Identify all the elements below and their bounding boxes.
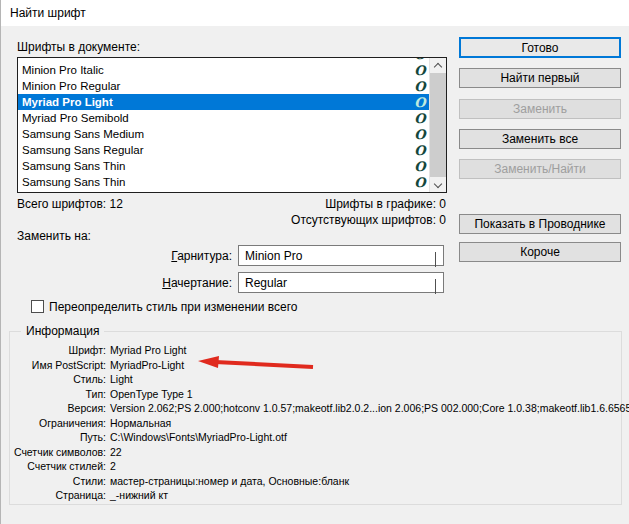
font-name: Myriad Pro Light: [22, 96, 411, 108]
font-family-select[interactable]: Minion Pro: [238, 245, 444, 266]
font-style-value: Regular: [245, 276, 287, 290]
info-label: Счетчик стилей:: [10, 459, 106, 474]
chevron-down-icon: [435, 252, 436, 266]
font-list-item-selected[interactable]: Myriad Pro Light O: [18, 94, 429, 110]
info-row-style-count: Счетчик стилей: 2: [10, 459, 615, 474]
font-list-item[interactable]: Samsung Sans Thin O: [18, 158, 429, 174]
show-in-explorer-button[interactable]: Показать в Проводнике: [459, 214, 621, 234]
info-label: Путь:: [10, 430, 106, 445]
font-list-scrollbar[interactable]: [429, 58, 446, 192]
find-font-dialog: Найти шрифт Шрифты в документе: Minion P…: [0, 0, 629, 524]
info-label: Счетчик символов:: [10, 445, 106, 460]
info-value: Нормальная: [110, 416, 615, 431]
font-list-item[interactable]: Minion Pro Regular O: [18, 78, 429, 94]
info-label: Стили:: [10, 474, 106, 489]
label-rest: ачертание:: [171, 276, 232, 290]
opentype-icon: O: [411, 127, 429, 142]
opentype-icon: O: [411, 58, 429, 62]
info-value: MyriadPro-Light: [110, 358, 615, 373]
access-key: Н: [162, 276, 171, 290]
info-value: C:\Windows\Fonts\MyriadPro-Light.otf: [110, 430, 615, 445]
info-label: Страница:: [10, 488, 106, 503]
label-rest: арнитура:: [177, 249, 232, 263]
info-label: Имя PostScript:: [10, 358, 106, 373]
font-name: Samsung Sans Regular: [22, 144, 411, 156]
font-style-select[interactable]: Regular: [238, 272, 444, 293]
redefine-style-checkbox[interactable]: [31, 300, 44, 313]
redefine-style-label[interactable]: Переопределить стиль при изменении всего: [49, 300, 297, 314]
less-info-button[interactable]: Короче: [459, 242, 621, 262]
info-row-type: Тип: OpenType Type 1: [10, 387, 615, 402]
fonts-in-document-label: Шрифты в документе:: [17, 40, 140, 54]
done-button[interactable]: Готово: [459, 37, 621, 58]
info-value: 22: [110, 445, 615, 460]
chevron-down-icon: [434, 179, 442, 187]
info-label: Тип:: [10, 387, 106, 402]
info-label: Шрифт:: [10, 343, 106, 358]
replace-button[interactable]: Заменить: [459, 99, 621, 119]
font-name: Myriad Pro Semibold: [22, 112, 411, 124]
font-family-label: Гарнитура:: [81, 249, 232, 263]
missing-fonts-label: Отсутствующих шрифтов: 0: [291, 213, 446, 227]
dialog-title: Найти шрифт: [10, 6, 86, 20]
opentype-icon: O: [411, 63, 429, 78]
font-name: Samsung Sans Thin: [22, 176, 411, 188]
info-value: мастер-страницы:номер и дата, Основные:б…: [110, 474, 615, 489]
info-label: Ограничения:: [10, 416, 106, 431]
opentype-icon: O: [411, 111, 429, 126]
info-value: Light: [110, 372, 615, 387]
info-row-character-count: Счетчик символов: 22: [10, 445, 615, 460]
opentype-icon: O: [411, 175, 429, 190]
info-value: Version 2.062;PS 2.000;hotconv 1.0.57;ma…: [110, 401, 629, 416]
replace-with-label: Заменить на:: [17, 229, 91, 243]
info-value: OpenType Type 1: [110, 387, 615, 402]
info-row-restrictions: Ограничения: Нормальная: [10, 416, 615, 431]
font-name: Minion Pro Italic: [22, 64, 411, 76]
font-name: Minion Pro Bold Italic: [22, 58, 411, 60]
font-list-item[interactable]: Myriad Pro Semibold O: [18, 110, 429, 126]
opentype-icon: O: [411, 159, 429, 174]
chevron-up-icon: [434, 63, 442, 71]
red-annotation-arrow-icon: [197, 356, 317, 372]
info-row-page: Страница: _-нижний кт: [10, 488, 615, 503]
font-list-item[interactable]: Samsung Sans Regular O: [18, 142, 429, 158]
total-fonts-label: Всего шрифтов: 12: [17, 197, 123, 211]
font-name: Minion Pro Regular: [22, 80, 411, 92]
information-group-title: Информация: [21, 324, 104, 338]
info-value: _-нижний кт: [110, 488, 615, 503]
info-value: Myriad Pro Light: [110, 343, 615, 358]
font-list: Minion Pro Bold Italic O Minion Pro Ital…: [17, 57, 447, 193]
scroll-down-button[interactable]: [430, 177, 446, 192]
info-row-version: Версия: Version 2.062;PS 2.000;hotconv 1…: [10, 401, 615, 416]
chevron-down-icon: [435, 279, 436, 293]
font-name: Samsung Sans Thin: [22, 160, 411, 172]
info-row-styles: Стили: мастер-страницы:номер и дата, Осн…: [10, 474, 615, 489]
opentype-icon: O: [411, 79, 429, 94]
opentype-icon: O: [411, 143, 429, 158]
find-first-button[interactable]: Найти первый: [459, 68, 621, 88]
fonts-in-graphics-label: Шрифты в графике: 0: [325, 197, 446, 211]
font-list-item[interactable]: Samsung Sans Medium O: [18, 126, 429, 142]
opentype-icon: O: [411, 95, 429, 110]
font-list-rows: Minion Pro Bold Italic O Minion Pro Ital…: [18, 58, 429, 192]
font-list-item[interactable]: Samsung Sans Thin O: [18, 174, 429, 190]
font-name: Samsung Sans Medium: [22, 128, 411, 140]
replace-all-button[interactable]: Заменить все: [459, 129, 621, 149]
scroll-up-button[interactable]: [430, 58, 446, 73]
font-list-item[interactable]: Minion Pro Italic O: [18, 62, 429, 78]
info-value: 2: [110, 459, 615, 474]
info-label: Версия:: [10, 401, 106, 416]
replace-find-button[interactable]: Заменить/Найти: [459, 159, 621, 179]
info-row-path: Путь: C:\Windows\Fonts\MyriadPro-Light.o…: [10, 430, 615, 445]
info-label: Стиль:: [10, 372, 106, 387]
info-row-style: Стиль: Light: [10, 372, 615, 387]
title-bar: Найти шрифт: [1, 0, 629, 26]
font-family-value: Minion Pro: [245, 249, 302, 263]
font-style-label: Начертание:: [81, 276, 232, 290]
